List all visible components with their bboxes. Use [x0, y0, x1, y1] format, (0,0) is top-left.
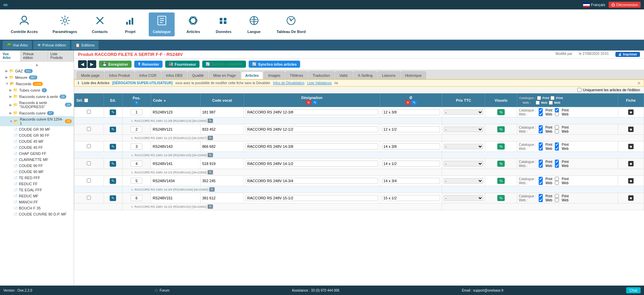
desig-input-0[interactable] [246, 109, 378, 115]
nav-catalogue[interactable]: Catalogue [149, 12, 175, 36]
sidebar-item-coude-45-mf[interactable]: 📄 COUDE 45 MF [0, 138, 74, 144]
row-sel-checkbox-1[interactable] [87, 127, 91, 131]
tab-qualite[interactable]: Qualité [188, 71, 208, 79]
tab-traduction[interactable]: Traduction [308, 71, 334, 79]
desc-edit-button-4[interactable]: ✎ [209, 187, 215, 192]
tab-prevue-edition[interactable]: 👁 Prévue édition [33, 41, 70, 50]
visuels-button-3[interactable]: % [497, 161, 505, 167]
fiche-button-4[interactable]: ■ [628, 178, 634, 184]
sidebar-item-clarinette-mf[interactable]: 📄 CLARINETTE MF [0, 157, 74, 163]
sidebar-item-manch-ff[interactable]: 📄 MANCH FF [0, 199, 74, 205]
tab-liaisons[interactable]: Liaisons [378, 71, 400, 79]
web1-check-2[interactable] [555, 146, 559, 151]
alert-link1[interactable]: Infos de Dévalidation [273, 81, 304, 85]
tab-vue-arbo[interactable]: 🌳 Vue Arbo [3, 41, 32, 50]
print1-check-0[interactable] [555, 108, 559, 112]
nav-articles[interactable]: Articles [181, 12, 205, 36]
tab-infos-dbs[interactable]: Infos DBS [162, 71, 187, 79]
language-selector[interactable]: Français [583, 3, 605, 7]
desc-edit-button-3[interactable]: ✎ [208, 170, 213, 174]
sidebar-item-coude-gr90-mf[interactable]: 📄 COUDE GR 90 MF [0, 126, 74, 132]
cat-check-1[interactable] [539, 125, 543, 129]
sidebar-tab-liste-produits[interactable]: Liste Produits [48, 51, 74, 61]
row-sel-checkbox-0[interactable] [87, 110, 91, 114]
pos-input-3[interactable] [131, 161, 142, 167]
prix-select-2[interactable]: - [444, 144, 484, 149]
visuels-button-2[interactable]: % [497, 143, 505, 150]
print1-check-4[interactable] [555, 177, 559, 181]
prix-select-0[interactable]: - [444, 109, 484, 115]
sel-print1-checkbox[interactable] [550, 96, 554, 100]
visuels-button-5[interactable]: % [497, 195, 505, 201]
sel-web-checkbox[interactable] [536, 101, 540, 105]
fiche-button-2[interactable]: ■ [628, 144, 634, 149]
desig-edit-button[interactable]: ✎ [312, 100, 318, 105]
desig-input-4[interactable] [246, 178, 378, 184]
dim-input-0[interactable] [382, 109, 440, 115]
tab-historique[interactable]: Historique [401, 71, 426, 79]
nav-tableau-de-bord[interactable]: Tableau De Bord [273, 12, 310, 36]
disconnect-button[interactable]: ⏻ Déconnexion [609, 2, 641, 8]
row-edit-button-2[interactable]: ✎ [110, 144, 116, 150]
sidebar-item-coude-45-ff[interactable]: 📄 COUDE 45 FF [0, 144, 74, 151]
nav-parametrages[interactable]: Paramétrages [48, 12, 81, 36]
print1-check-1[interactable] [555, 125, 559, 129]
row-sel-checkbox-4[interactable] [87, 178, 91, 183]
nav-contacts[interactable]: Contacts [88, 12, 112, 36]
code-sort-icon[interactable]: ▲ [163, 99, 166, 102]
desc-edit-button-0[interactable]: ✎ [208, 119, 213, 123]
pos-input-4[interactable] [131, 178, 142, 184]
sel-all-checkbox[interactable] [84, 98, 88, 102]
row-edit-button-4[interactable]: ✎ [110, 178, 116, 184]
nav-langue[interactable]: Langue [242, 12, 266, 36]
row-sel-checkbox-5[interactable] [87, 196, 91, 200]
fiche-button-0[interactable]: ■ [628, 109, 634, 115]
row-edit-button-3[interactable]: ✎ [110, 161, 116, 167]
synchro-infos-button[interactable]: 🔄 Synchro infos articles [249, 61, 300, 68]
web-check-2[interactable] [539, 146, 543, 151]
cat-check-0[interactable] [539, 108, 543, 112]
sidebar-item-raccords-sertir[interactable]: ▶ 📁 Raccords cuivre à sertir 28 [0, 93, 74, 100]
prix-select-3[interactable]: - [444, 161, 484, 166]
tab-infos-produit[interactable]: Infos Produit [105, 71, 134, 79]
imprimer-button[interactable]: 🖨 Imprimer [615, 52, 640, 57]
desig-input-2[interactable] [246, 143, 378, 150]
row-edit-button-1[interactable]: ✎ [110, 127, 116, 132]
sidebar-scroll-up[interactable]: ▲ [0, 62, 74, 68]
nav-donnees[interactable]: Données [212, 12, 235, 36]
only-edition-checkbox[interactable] [577, 88, 581, 92]
print1-check-3[interactable] [555, 160, 559, 164]
tab-mode-page[interactable]: Mode page [77, 71, 104, 79]
nav-projet[interactable]: Projet [118, 12, 142, 36]
web-check-3[interactable] [539, 164, 543, 168]
visuels-button-0[interactable]: % [497, 109, 505, 115]
dim-input-3[interactable] [382, 161, 440, 167]
cat-check-2[interactable] [539, 142, 543, 146]
prix-select-1[interactable]: - [444, 127, 484, 132]
pos-add-button[interactable]: + [135, 101, 138, 105]
desc-edit-button-5[interactable]: ✎ [208, 204, 213, 209]
web1-check-1[interactable] [555, 129, 559, 133]
next-button[interactable]: ▶ [87, 60, 96, 68]
pos-input-1[interactable] [131, 126, 142, 132]
sel-cat-checkbox[interactable] [537, 96, 541, 100]
sidebar-item-mesure[interactable]: ▶ 📁 Mesure 387 [0, 74, 74, 80]
cat-check-5[interactable] [539, 194, 543, 198]
cat-check-4[interactable] [539, 177, 543, 181]
sidebar-item-coude-90-ff[interactable]: 📄 COUDE 90 FF [0, 163, 74, 169]
web1-check-3[interactable] [555, 164, 559, 168]
dim-remove-button[interactable]: ✕ [405, 100, 410, 105]
sidebar-item-raccords[interactable]: ▼ 📂 Raccords 1146 [0, 80, 74, 87]
tab-mise-en-page[interactable]: Mise en Page [209, 71, 240, 79]
cat-check-3[interactable] [539, 160, 543, 164]
pos-input-5[interactable] [131, 195, 142, 201]
sidebar-item-coude-cuivre[interactable]: 📄 COUDE CUIVRE 90 D.P. MF [0, 211, 74, 217]
sidebar-item-raccords-en1254[interactable]: ▼ 📂 Raccords cuivre EN 1254-1 38 [0, 116, 74, 126]
print1-check-2[interactable] [555, 142, 559, 146]
sidebar-item-raccords-cuivre[interactable]: ▶ 📁 Raccords cuivre 37 [0, 110, 74, 116]
remonter-button[interactable]: ⬆ Remonter [134, 61, 163, 68]
prix-select-4[interactable]: - [444, 178, 484, 184]
desc-edit-button-2[interactable]: ✎ [208, 153, 213, 157]
sidebar-item-reduc-mf[interactable]: 📄 REDUC MF [0, 193, 74, 199]
print1-check-5[interactable] [555, 194, 559, 198]
